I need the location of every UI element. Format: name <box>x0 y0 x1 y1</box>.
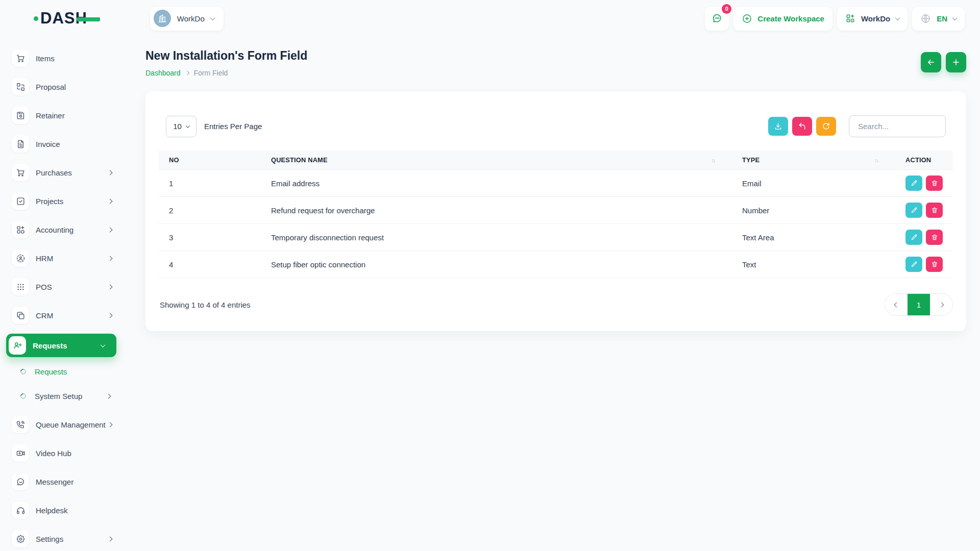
delete-button[interactable] <box>926 230 943 245</box>
undo-button[interactable] <box>792 117 812 136</box>
form-fields-card: 10 Entries Per Page <box>145 91 966 331</box>
cell-question: Email address <box>261 170 732 197</box>
sidebar-item-requests[interactable]: Requests <box>6 334 116 357</box>
undo-arrow-icon <box>798 122 806 131</box>
cell-no: 4 <box>159 251 261 278</box>
plus-icon <box>951 58 961 67</box>
pencil-icon <box>911 261 918 268</box>
proposal-icon <box>12 78 29 95</box>
trash-icon <box>931 207 938 214</box>
sidebar-item-messenger[interactable]: Messenger <box>6 471 116 492</box>
delete-button[interactable] <box>926 176 943 191</box>
table-toolbar: 10 Entries Per Page <box>166 115 946 137</box>
toolbar-actions <box>768 115 946 137</box>
delete-button[interactable] <box>926 203 943 218</box>
cell-type: Text Area <box>732 224 895 251</box>
sidebar-item-projects[interactable]: Projects <box>6 191 116 211</box>
app-menu-label: WorkDo <box>861 14 890 23</box>
video-camera-icon <box>12 444 29 462</box>
chevron-right-icon <box>108 227 113 232</box>
header-no[interactable]: NO <box>159 151 261 170</box>
sidebar-item-helpdesk[interactable]: Helpdesk <box>6 500 116 520</box>
app-menu-button[interactable]: WorkDo <box>837 7 908 31</box>
refresh-button[interactable] <box>816 117 836 136</box>
sidebar-item-purchases[interactable]: Purchases <box>6 162 116 183</box>
cell-type: Text <box>732 251 895 278</box>
sidebar-item-retainer[interactable]: Retainer <box>6 105 116 126</box>
chevron-right-icon <box>108 284 113 289</box>
edit-button[interactable] <box>905 176 922 191</box>
create-workspace-label: Create Workspace <box>757 14 824 23</box>
prev-page-button[interactable] <box>885 294 908 315</box>
table-footer: Showing 1 to 4 of 4 entries 1 <box>159 293 953 316</box>
header-question-name[interactable]: QUESTION NAME ↑↓ <box>261 151 732 170</box>
chevron-right-icon <box>106 393 111 398</box>
search-input[interactable] <box>849 115 946 137</box>
cell-question: Temporary disconnection request <box>261 224 732 251</box>
header-type[interactable]: TYPE ↑↓ <box>732 151 895 170</box>
globe-icon <box>920 13 931 24</box>
main-content: New Installation's Form Field Dashboard … <box>122 37 980 551</box>
sidebar-item-pos[interactable]: POS <box>6 277 116 297</box>
back-button[interactable] <box>921 52 941 72</box>
arrow-left-icon <box>926 58 936 67</box>
pencil-icon <box>911 207 918 214</box>
sidebar-item-crm[interactable]: CRM <box>6 305 116 325</box>
chevron-left-icon <box>894 302 899 307</box>
edit-button[interactable] <box>905 230 922 245</box>
sidebar-item-proposal[interactable]: Proposal <box>6 77 116 97</box>
app-logo: DASH <box>34 9 100 28</box>
language-selector[interactable]: EN <box>912 7 965 31</box>
export-button[interactable] <box>768 117 788 136</box>
page-header: New Installation's Form Field Dashboard … <box>145 49 966 77</box>
messages-button[interactable]: 0 <box>705 7 729 31</box>
page-title: New Installation's Form Field <box>145 49 307 63</box>
next-page-button[interactable] <box>930 294 952 315</box>
download-icon <box>774 122 782 131</box>
grid-plus-icon <box>845 13 855 23</box>
delete-button[interactable] <box>926 257 943 272</box>
sidebar-item-queue-management[interactable]: Queue Management <box>6 414 116 435</box>
page-actions <box>921 52 966 72</box>
table-row: 1 Email address Email <box>159 170 953 197</box>
grid-plus-icon <box>12 221 29 238</box>
headphones-icon <box>12 502 29 519</box>
circle-bullet-icon <box>19 367 27 375</box>
floppy-icon <box>12 107 29 124</box>
sidebar-subitem-requests[interactable]: Requests <box>6 365 116 378</box>
add-form-field-button[interactable] <box>946 52 966 72</box>
sidebar-subitem-system-setup[interactable]: System Setup <box>6 390 116 402</box>
language-label: EN <box>937 14 947 23</box>
edit-button[interactable] <box>905 257 922 272</box>
sidebar-item-invoice[interactable]: Invoice <box>6 134 116 154</box>
logo-dash-bar <box>77 17 100 21</box>
sidebar-item-video-hub[interactable]: Video Hub <box>6 443 116 463</box>
circle-bullet-icon <box>19 392 27 399</box>
message-bubble-icon <box>12 473 29 490</box>
current-page[interactable]: 1 <box>908 294 930 315</box>
sidebar-item-items[interactable]: Items <box>6 48 116 68</box>
dots-grid-icon <box>12 278 29 295</box>
breadcrumb-dashboard-link[interactable]: Dashboard <box>145 69 181 77</box>
cell-no: 2 <box>159 197 261 224</box>
sort-icon[interactable]: ↑↓ <box>874 157 885 163</box>
cell-question: Refund request for overcharge <box>261 197 732 224</box>
create-workspace-button[interactable]: Create Workspace <box>733 7 832 31</box>
workspace-switcher[interactable]: WorkDo <box>150 7 224 31</box>
topbar-actions: 0 Create Workspace WorkDo EN <box>705 7 965 31</box>
cell-type: Email <box>732 170 895 197</box>
breadcrumb-current: Form Field <box>194 69 228 77</box>
user-plus-icon <box>9 336 26 355</box>
trash-icon <box>931 234 938 241</box>
edit-button[interactable] <box>905 203 922 218</box>
sidebar-item-settings[interactable]: Settings <box>6 529 116 549</box>
sidebar-item-accounting[interactable]: Accounting <box>6 219 116 240</box>
chevron-down-icon <box>952 15 958 20</box>
chevron-right-icon <box>939 302 944 307</box>
sort-icon[interactable]: ↑↓ <box>711 157 722 163</box>
pagination: 1 <box>885 293 953 316</box>
topbar: DASH WorkDo 0 Create Workspace <box>0 0 980 37</box>
chevron-right-icon <box>108 198 113 204</box>
sidebar-item-hrm[interactable]: HRM <box>6 248 116 268</box>
entries-per-page-select[interactable]: 10 <box>166 116 197 137</box>
